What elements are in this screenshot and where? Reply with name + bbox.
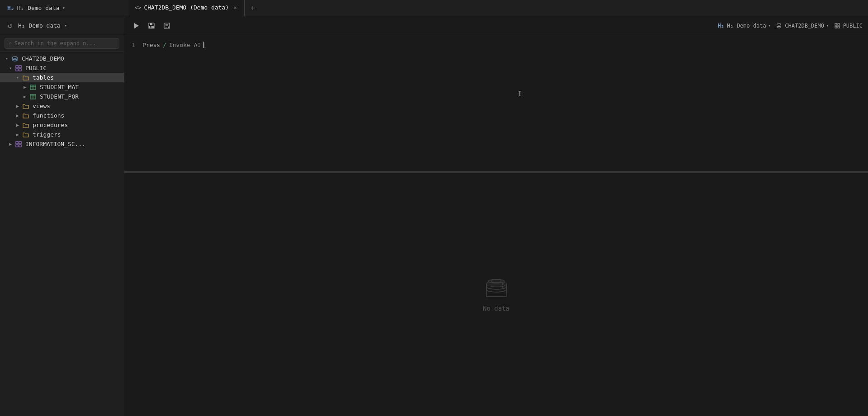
tree-item-student-mat[interactable]: ▶ STUDENT_MAT [0, 82, 124, 92]
invoke-ai-text: Invoke AI [169, 42, 201, 48]
schema-icon-public [15, 65, 22, 71]
title-bar: H₂ H₂ Demo data ▾ <> CHAT2DB_DEMO (Demo … [0, 0, 868, 16]
save-button[interactable] [145, 19, 158, 32]
label-student-por: STUDENT_POR [40, 93, 79, 100]
connection-badge[interactable]: H₂ H₂ Demo data ▾ [718, 23, 771, 29]
folder-icon-views [23, 104, 29, 109]
h2-icon: H₂ [7, 5, 14, 11]
folder-icon-procedures [23, 123, 29, 128]
sidebar-chevron[interactable]: ▾ [64, 23, 67, 28]
arrow-student-por: ▶ [22, 94, 28, 100]
arrow-chat2db: ▾ [4, 56, 10, 62]
label-views: views [33, 103, 50, 109]
format-button[interactable] [160, 19, 173, 32]
arrow-info-schema: ▶ [7, 141, 14, 147]
search-icon: ⌕ [9, 41, 12, 47]
table-icon-student-mat [30, 85, 36, 90]
svg-rect-29 [838, 24, 840, 25]
svg-rect-3 [16, 69, 18, 71]
label-triggers: triggers [33, 131, 61, 138]
svg-rect-5 [30, 85, 36, 90]
arrow-triggers: ▶ [14, 132, 21, 138]
arrow-procedures: ▶ [14, 122, 21, 128]
code-editor[interactable]: 1 Press / Invoke AI I [124, 35, 868, 171]
label-public: PUBLIC [25, 65, 47, 71]
tree-item-public[interactable]: ▾ PUBLIC [0, 63, 124, 73]
tab-icon: <> [135, 5, 141, 11]
text-cursor-indicator: I [518, 90, 522, 98]
folder-icon-functions [23, 113, 29, 118]
tab-bar: <> CHAT2DB_DEMO (Demo data) ✕ + [129, 0, 864, 16]
sidebar-title: H₂ Demo data [18, 22, 61, 29]
sidebar: ↺ H₂ Demo data ▾ ⌕ ▾ CHAT [0, 16, 124, 416]
connection-chevron[interactable]: ▾ [62, 5, 66, 11]
tab-close-button[interactable]: ✕ [231, 4, 239, 11]
search-input[interactable] [14, 40, 115, 47]
tree-view: ▾ CHAT2DB_DEMO ▾ [0, 52, 124, 416]
svg-rect-28 [835, 24, 837, 25]
search-wrapper: ⌕ [5, 38, 119, 49]
tree-item-views[interactable]: ▶ views [0, 101, 124, 111]
sidebar-refresh-button[interactable]: ↺ [5, 20, 15, 31]
cursor [203, 42, 204, 48]
no-data-text: No data [483, 305, 509, 312]
tree-item-functions[interactable]: ▶ functions [0, 111, 124, 120]
connection-chevron[interactable]: ▾ [768, 23, 771, 28]
tree-item-chat2db[interactable]: ▾ CHAT2DB_DEMO [0, 54, 124, 63]
main-content: ↺ H₂ Demo data ▾ ⌕ ▾ CHAT [0, 16, 868, 416]
schema-badge[interactable]: PUBLIC [835, 23, 863, 29]
arrow-student-mat: ▶ [22, 84, 28, 90]
tree-item-tables[interactable]: ▾ tables [0, 73, 124, 82]
svg-rect-4 [19, 69, 21, 71]
schema-icon-info [15, 141, 22, 147]
svg-point-36 [502, 286, 504, 288]
code-line-1: 1 Press / Invoke AI [124, 40, 868, 50]
svg-rect-14 [19, 142, 21, 144]
new-tab-button[interactable]: + [246, 2, 259, 14]
svg-marker-17 [134, 23, 139, 28]
tab-label: CHAT2DB_DEMO (Demo data) [144, 4, 229, 11]
svg-point-0 [13, 57, 17, 58]
svg-rect-15 [16, 145, 18, 147]
arrow-tables: ▾ [14, 75, 21, 81]
database-name: CHAT2DB_DEMO [785, 23, 824, 29]
svg-rect-2 [19, 66, 21, 68]
svg-point-26 [168, 26, 170, 28]
tree-item-student-por[interactable]: ▶ STUDENT_POR [0, 92, 124, 101]
tab-chat2db-demo[interactable]: <> CHAT2DB_DEMO (Demo data) ✕ [129, 0, 245, 16]
line-content-1: Press / Invoke AI [142, 42, 204, 48]
results-area: No data [124, 173, 868, 416]
svg-rect-30 [835, 26, 837, 28]
svg-rect-9 [30, 95, 36, 99]
label-tables: tables [33, 74, 54, 81]
sidebar-header: ↺ H₂ Demo data ▾ [0, 16, 124, 35]
label-student-mat: STUDENT_MAT [40, 84, 79, 90]
arrow-public: ▾ [7, 65, 14, 71]
label-chat2db: CHAT2DB_DEMO [22, 55, 64, 62]
tree-item-info-schema[interactable]: ▶ INFORMATION_SC... [0, 139, 124, 149]
arrow-views: ▶ [14, 103, 21, 109]
database-badge[interactable]: CHAT2DB_DEMO ▾ [776, 23, 829, 29]
label-procedures: procedures [33, 122, 68, 128]
svg-rect-38 [492, 279, 501, 283]
run-button[interactable] [130, 19, 142, 32]
folder-icon-triggers [23, 132, 29, 137]
database-chevron[interactable]: ▾ [826, 23, 829, 28]
connection-label[interactable]: H₂ Demo data [17, 5, 60, 11]
svg-point-35 [502, 283, 504, 285]
db-icon-chat2db [12, 56, 18, 62]
svg-point-27 [777, 24, 781, 25]
tree-item-procedures[interactable]: ▶ procedures [0, 120, 124, 130]
sidebar-search-area: ⌕ [0, 35, 124, 52]
no-data-icon [483, 278, 510, 300]
svg-rect-21 [150, 26, 151, 28]
table-icon-student-por [30, 94, 36, 99]
editor-area: H₂ H₂ Demo data ▾ CHAT2DB_DEMO ▾ [124, 16, 868, 416]
arrow-functions: ▶ [14, 113, 21, 119]
svg-rect-31 [838, 26, 840, 28]
no-data-container: No data [483, 278, 510, 312]
connection-label-area: H₂ H₂ Demo data ▾ [4, 5, 126, 11]
press-keyword: Press [142, 42, 160, 48]
folder-icon-tables [23, 75, 29, 80]
tree-item-triggers[interactable]: ▶ triggers [0, 130, 124, 139]
